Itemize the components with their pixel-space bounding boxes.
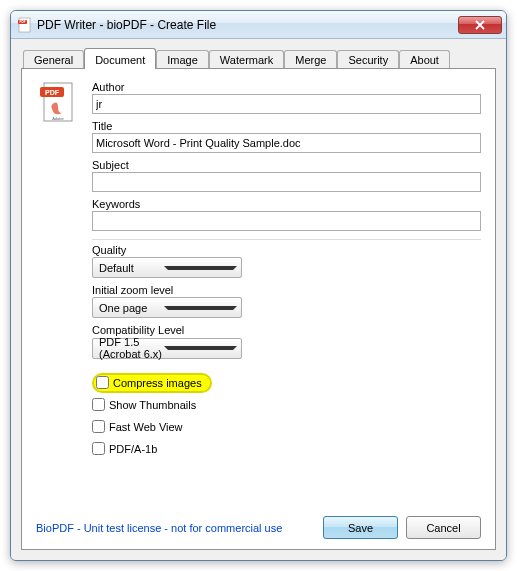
tab-security[interactable]: Security: [337, 50, 399, 69]
keywords-label: Keywords: [92, 198, 481, 210]
footer: BioPDF - Unit test license - not for com…: [36, 508, 481, 539]
fast-web-view-checkbox[interactable]: [92, 420, 105, 433]
icon-column: PDF Adobe: [36, 79, 92, 459]
svg-text:PDF: PDF: [20, 20, 26, 24]
show-thumbnails-checkbox[interactable]: [92, 398, 105, 411]
zoom-select[interactable]: One page: [92, 297, 242, 318]
svg-text:Adobe: Adobe: [52, 116, 64, 121]
save-button[interactable]: Save: [323, 516, 398, 539]
tab-document[interactable]: Document: [84, 48, 156, 69]
show-thumbnails-label: Show Thumbnails: [109, 399, 196, 411]
pdf-file-icon: PDF Adobe: [36, 79, 82, 125]
compat-label: Compatibility Level: [92, 324, 481, 336]
svg-text:PDF: PDF: [45, 89, 60, 96]
compat-value: PDF 1.5 (Acrobat 6.x): [99, 336, 164, 360]
author-label: Author: [92, 81, 481, 93]
title-label: Title: [92, 120, 481, 132]
tab-strip: General Document Image Watermark Merge S…: [21, 47, 496, 69]
quality-label: Quality: [92, 244, 481, 256]
pdfa-checkbox[interactable]: [92, 442, 105, 455]
client-area: General Document Image Watermark Merge S…: [11, 39, 506, 560]
divider: [92, 239, 481, 240]
compress-images-highlight: Compress images: [92, 373, 212, 393]
author-input[interactable]: [92, 94, 481, 114]
quality-value: Default: [99, 262, 164, 274]
close-button[interactable]: [458, 16, 502, 34]
chevron-down-icon: [164, 266, 237, 270]
titlebar: PDF PDF Writer - bioPDF - Create File: [11, 11, 506, 39]
subject-input[interactable]: [92, 172, 481, 192]
fast-web-view-label: Fast Web View: [109, 421, 183, 433]
subject-label: Subject: [92, 159, 481, 171]
compress-images-label: Compress images: [113, 377, 202, 389]
zoom-value: One page: [99, 302, 164, 314]
compat-select[interactable]: PDF 1.5 (Acrobat 6.x): [92, 338, 242, 359]
pdfa-label: PDF/A-1b: [109, 443, 157, 455]
title-input[interactable]: [92, 133, 481, 153]
window-title: PDF Writer - bioPDF - Create File: [37, 18, 458, 32]
quality-select[interactable]: Default: [92, 257, 242, 278]
fields-column: Author Title Subject Keywords Quality De…: [92, 79, 481, 459]
close-icon: [475, 20, 485, 30]
tab-about[interactable]: About: [399, 50, 450, 69]
zoom-label: Initial zoom level: [92, 284, 481, 296]
chevron-down-icon: [164, 346, 237, 350]
tab-merge[interactable]: Merge: [284, 50, 337, 69]
cancel-button[interactable]: Cancel: [406, 516, 481, 539]
license-text: BioPDF - Unit test license - not for com…: [36, 522, 315, 534]
keywords-input[interactable]: [92, 211, 481, 231]
tab-panel-document: PDF Adobe Author Title Subject Keywords: [21, 68, 496, 550]
chevron-down-icon: [164, 306, 237, 310]
app-icon: PDF: [17, 17, 33, 33]
tab-image[interactable]: Image: [156, 50, 209, 69]
tab-general[interactable]: General: [23, 50, 84, 69]
tab-watermark[interactable]: Watermark: [209, 50, 284, 69]
compress-images-checkbox[interactable]: [96, 376, 109, 389]
dialog-window: PDF PDF Writer - bioPDF - Create File Ge…: [10, 10, 507, 561]
